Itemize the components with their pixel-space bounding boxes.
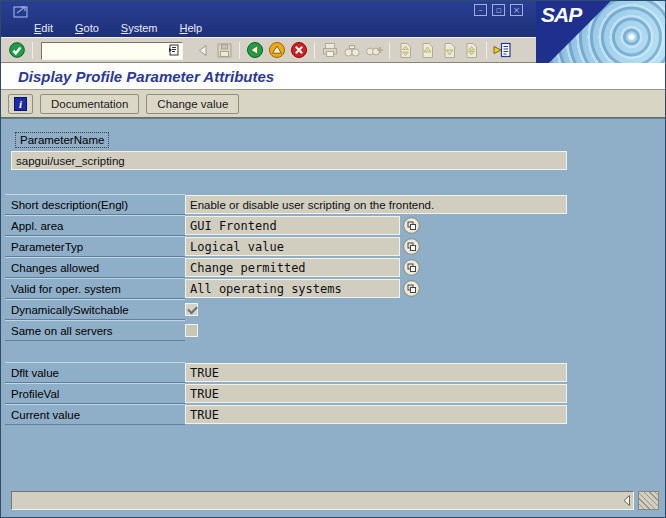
find-next-icon[interactable]: [363, 40, 385, 60]
sap-logo-ripple: SAP: [536, 1, 665, 63]
resize-grip[interactable]: [638, 491, 659, 510]
toolbar-separator: [389, 42, 390, 59]
last-page-icon[interactable]: [460, 40, 482, 60]
sap-logo: SAP: [541, 3, 581, 27]
field-label: Short description(Engl): [5, 194, 185, 215]
info-icon: i: [14, 97, 27, 111]
field-label: Changes allowed: [5, 257, 185, 278]
cancel-icon[interactable]: [288, 40, 310, 60]
status-bar: [11, 491, 659, 510]
command-field-wrap: [41, 41, 183, 60]
profile-value-field[interactable]: TRUE: [185, 384, 567, 403]
field-label: DynamicallySwitchable: [5, 299, 185, 320]
command-input[interactable]: [41, 42, 183, 60]
parameter-name-label: ParameterName: [15, 132, 109, 148]
form-row: Short description(Engl) Enable or disabl…: [5, 194, 661, 215]
page-title: Display Profile Parameter Attributes: [18, 68, 274, 85]
field-label: ProfileVal: [5, 383, 185, 404]
short-description-field[interactable]: Enable or disable user scripting on the …: [185, 195, 567, 214]
change-value-button[interactable]: Change value: [146, 94, 239, 114]
value-help-button[interactable]: [403, 280, 420, 297]
value-help-button[interactable]: [403, 259, 420, 276]
appl-area-field[interactable]: GUI Frontend: [185, 216, 400, 235]
create-shortcut-icon[interactable]: [491, 40, 513, 60]
form-row: Dflt value TRUE: [5, 362, 661, 383]
form-row: ProfileVal TRUE: [5, 383, 661, 404]
toolbar-separator: [32, 42, 33, 59]
value-help-button[interactable]: [403, 238, 420, 255]
info-button[interactable]: i: [8, 94, 33, 114]
close-icon[interactable]: ×: [510, 4, 523, 16]
form-row: Current value TRUE: [5, 404, 661, 425]
back-icon[interactable]: [244, 40, 266, 60]
maximize-icon[interactable]: ▫: [492, 4, 505, 16]
parameter-type-field[interactable]: Logical value: [185, 237, 400, 256]
field-label: Valid for oper. system: [5, 278, 185, 299]
current-value-field[interactable]: TRUE: [185, 405, 567, 424]
form-row: ParameterTyp Logical value: [5, 236, 661, 257]
parameter-form: ParameterName sapgui/user_scripting Shor…: [5, 119, 661, 425]
toolbar-separator: [314, 42, 315, 59]
same-on-all-servers-checkbox[interactable]: [185, 324, 198, 337]
form-row: Valid for oper. system All operating sys…: [5, 278, 661, 299]
form-row: Same on all servers: [5, 320, 661, 341]
find-icon[interactable]: [341, 40, 363, 60]
screen-title-bar: Display Profile Parameter Attributes: [1, 63, 665, 90]
menu-goto[interactable]: Goto: [66, 21, 108, 35]
exit-icon[interactable]: [266, 40, 288, 60]
previous-page-icon[interactable]: [416, 40, 438, 60]
form-row: Appl. area GUI Frontend: [5, 215, 661, 236]
form-row: Changes allowed Change permitted: [5, 257, 661, 278]
command-history-icon[interactable]: [168, 44, 180, 56]
default-value-field[interactable]: TRUE: [185, 363, 567, 382]
window-controls: – ▫ ×: [474, 4, 523, 16]
minimize-icon[interactable]: –: [474, 4, 487, 16]
documentation-button[interactable]: Documentation: [40, 94, 139, 114]
field-label: Current value: [5, 404, 185, 425]
system-menu-icon[interactable]: [13, 4, 31, 18]
field-label: ParameterTyp: [5, 236, 185, 257]
form-row: DynamicallySwitchable: [5, 299, 661, 320]
field-label: Appl. area: [5, 215, 185, 236]
save-icon[interactable]: [213, 40, 235, 60]
field-label: Dflt value: [5, 362, 185, 383]
sap-window: SAP – ▫ × Edit Goto System Help: [0, 0, 666, 518]
first-page-icon[interactable]: [394, 40, 416, 60]
status-message: [11, 491, 634, 510]
valid-oper-system-field[interactable]: All operating systems: [185, 279, 400, 298]
status-expand-icon[interactable]: [622, 494, 631, 507]
toolbar-separator: [239, 42, 240, 59]
application-toolbar: i Documentation Change value: [1, 90, 665, 118]
enter-icon[interactable]: [6, 40, 28, 60]
toolbar-separator: [486, 42, 487, 59]
content-area: ParameterName sapgui/user_scripting Shor…: [1, 118, 665, 517]
value-help-button[interactable]: [403, 217, 420, 234]
print-icon[interactable]: [319, 40, 341, 60]
next-page-icon[interactable]: [438, 40, 460, 60]
parameter-name-field[interactable]: sapgui/user_scripting: [11, 151, 567, 170]
collapse-icon[interactable]: [191, 40, 213, 60]
menu-system[interactable]: System: [112, 21, 167, 35]
menu-edit[interactable]: Edit: [25, 21, 62, 35]
menu-help[interactable]: Help: [171, 21, 212, 35]
field-label: Same on all servers: [5, 320, 185, 341]
dynamically-switchable-checkbox[interactable]: [185, 303, 198, 316]
changes-allowed-field[interactable]: Change permitted: [185, 258, 400, 277]
